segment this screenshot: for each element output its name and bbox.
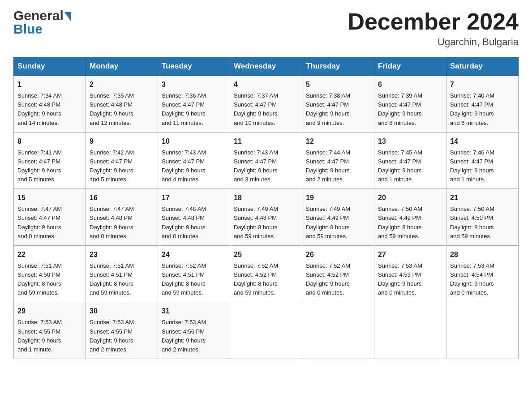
calendar-cell: 27Sunrise: 7:53 AMSunset: 4:53 PMDayligh… xyxy=(374,245,446,302)
col-thursday: Thursday xyxy=(302,57,374,76)
day-info: Sunrise: 7:36 AMSunset: 4:47 PMDaylight:… xyxy=(162,91,226,128)
day-info: Sunrise: 7:43 AMSunset: 4:47 PMDaylight:… xyxy=(162,148,226,184)
logo-line1: General xyxy=(13,9,71,22)
calendar-week-row: 15Sunrise: 7:47 AMSunset: 4:47 PMDayligh… xyxy=(14,189,519,246)
day-info: Sunrise: 7:37 AMSunset: 4:47 PMDaylight:… xyxy=(234,91,298,128)
day-number: 17 xyxy=(162,193,226,203)
day-info: Sunrise: 7:34 AMSunset: 4:48 PMDaylight:… xyxy=(17,91,82,128)
day-info: Sunrise: 7:53 AMSunset: 4:55 PMDaylight:… xyxy=(17,318,82,354)
day-number: 12 xyxy=(306,136,370,147)
day-info: Sunrise: 7:48 AMSunset: 4:48 PMDaylight:… xyxy=(162,205,226,241)
calendar-cell: 6Sunrise: 7:39 AMSunset: 4:47 PMDaylight… xyxy=(374,76,446,133)
day-info: Sunrise: 7:53 AMSunset: 4:54 PMDaylight:… xyxy=(450,261,515,298)
page-header: General Blue December 2024 Ugarchin, Bul… xyxy=(13,9,519,48)
day-info: Sunrise: 7:47 AMSunset: 4:48 PMDaylight:… xyxy=(90,205,154,241)
day-number: 11 xyxy=(234,136,298,147)
title-area: December 2024 Ugarchin, Bulgaria xyxy=(348,9,519,48)
col-saturday: Saturday xyxy=(446,57,519,76)
calendar-cell: 22Sunrise: 7:51 AMSunset: 4:50 PMDayligh… xyxy=(14,245,86,302)
day-info: Sunrise: 7:39 AMSunset: 4:47 PMDaylight:… xyxy=(378,91,442,128)
day-info: Sunrise: 7:40 AMSunset: 4:47 PMDaylight:… xyxy=(450,91,515,128)
day-number: 13 xyxy=(378,136,442,147)
col-monday: Monday xyxy=(86,57,158,76)
day-number: 7 xyxy=(450,79,515,90)
calendar-cell xyxy=(374,302,446,359)
day-info: Sunrise: 7:45 AMSunset: 4:47 PMDaylight:… xyxy=(378,148,442,184)
logo-line2: Blue xyxy=(13,22,71,36)
calendar-cell: 8Sunrise: 7:41 AMSunset: 4:47 PMDaylight… xyxy=(14,132,86,189)
calendar-cell: 30Sunrise: 7:53 AMSunset: 4:55 PMDayligh… xyxy=(86,302,158,359)
calendar-cell: 7Sunrise: 7:40 AMSunset: 4:47 PMDaylight… xyxy=(446,76,519,133)
calendar-week-row: 1Sunrise: 7:34 AMSunset: 4:48 PMDaylight… xyxy=(14,76,519,133)
day-number: 30 xyxy=(90,306,154,317)
col-tuesday: Tuesday xyxy=(158,57,230,76)
day-info: Sunrise: 7:51 AMSunset: 4:51 PMDaylight:… xyxy=(90,261,154,298)
day-info: Sunrise: 7:43 AMSunset: 4:47 PMDaylight:… xyxy=(234,148,298,184)
location: Ugarchin, Bulgaria xyxy=(348,36,519,48)
calendar-cell: 5Sunrise: 7:38 AMSunset: 4:47 PMDaylight… xyxy=(302,76,374,133)
calendar-week-row: 8Sunrise: 7:41 AMSunset: 4:47 PMDaylight… xyxy=(14,132,519,189)
day-info: Sunrise: 7:49 AMSunset: 4:49 PMDaylight:… xyxy=(306,205,370,241)
calendar-week-row: 22Sunrise: 7:51 AMSunset: 4:50 PMDayligh… xyxy=(14,245,519,302)
day-number: 10 xyxy=(162,136,226,147)
day-number: 15 xyxy=(17,193,82,203)
calendar-cell: 17Sunrise: 7:48 AMSunset: 4:48 PMDayligh… xyxy=(158,189,230,246)
day-info: Sunrise: 7:38 AMSunset: 4:47 PMDaylight:… xyxy=(306,91,370,128)
day-info: Sunrise: 7:47 AMSunset: 4:47 PMDaylight:… xyxy=(17,205,82,241)
calendar-cell: 2Sunrise: 7:35 AMSunset: 4:48 PMDaylight… xyxy=(86,76,158,133)
day-info: Sunrise: 7:41 AMSunset: 4:47 PMDaylight:… xyxy=(17,148,82,184)
day-info: Sunrise: 7:35 AMSunset: 4:48 PMDaylight:… xyxy=(90,91,154,128)
calendar-cell xyxy=(302,302,374,359)
day-number: 22 xyxy=(17,249,82,260)
calendar-cell: 23Sunrise: 7:51 AMSunset: 4:51 PMDayligh… xyxy=(86,245,158,302)
day-number: 2 xyxy=(90,79,154,90)
day-info: Sunrise: 7:52 AMSunset: 4:52 PMDaylight:… xyxy=(306,261,370,298)
calendar-cell: 13Sunrise: 7:45 AMSunset: 4:47 PMDayligh… xyxy=(374,132,446,189)
calendar-cell: 15Sunrise: 7:47 AMSunset: 4:47 PMDayligh… xyxy=(14,189,86,246)
day-number: 5 xyxy=(306,79,370,90)
calendar-cell: 28Sunrise: 7:53 AMSunset: 4:54 PMDayligh… xyxy=(446,245,519,302)
calendar-cell: 16Sunrise: 7:47 AMSunset: 4:48 PMDayligh… xyxy=(86,189,158,246)
calendar-cell: 31Sunrise: 7:53 AMSunset: 4:56 PMDayligh… xyxy=(158,302,230,359)
day-info: Sunrise: 7:50 AMSunset: 4:49 PMDaylight:… xyxy=(378,205,442,241)
day-info: Sunrise: 7:49 AMSunset: 4:48 PMDaylight:… xyxy=(234,205,298,241)
day-info: Sunrise: 7:53 AMSunset: 4:55 PMDaylight:… xyxy=(90,318,154,354)
calendar-week-row: 29Sunrise: 7:53 AMSunset: 4:55 PMDayligh… xyxy=(14,302,519,359)
day-number: 18 xyxy=(234,193,298,203)
day-number: 29 xyxy=(17,306,82,317)
day-number: 20 xyxy=(378,193,442,203)
calendar-cell: 18Sunrise: 7:49 AMSunset: 4:48 PMDayligh… xyxy=(230,189,302,246)
calendar-table: Sunday Monday Tuesday Wednesday Thursday… xyxy=(13,57,519,359)
day-number: 25 xyxy=(234,249,298,260)
col-sunday: Sunday xyxy=(14,57,86,76)
calendar-cell: 25Sunrise: 7:52 AMSunset: 4:52 PMDayligh… xyxy=(230,245,302,302)
day-info: Sunrise: 7:50 AMSunset: 4:50 PMDaylight:… xyxy=(450,205,515,241)
calendar-cell: 29Sunrise: 7:53 AMSunset: 4:55 PMDayligh… xyxy=(14,302,86,359)
calendar-cell: 4Sunrise: 7:37 AMSunset: 4:47 PMDaylight… xyxy=(230,76,302,133)
day-number: 24 xyxy=(162,249,226,260)
day-number: 9 xyxy=(90,136,154,147)
day-info: Sunrise: 7:51 AMSunset: 4:50 PMDaylight:… xyxy=(17,261,82,298)
day-number: 1 xyxy=(17,79,82,90)
calendar-cell: 24Sunrise: 7:52 AMSunset: 4:51 PMDayligh… xyxy=(158,245,230,302)
calendar-cell: 20Sunrise: 7:50 AMSunset: 4:49 PMDayligh… xyxy=(374,189,446,246)
day-info: Sunrise: 7:44 AMSunset: 4:47 PMDaylight:… xyxy=(306,148,370,184)
calendar-cell xyxy=(230,302,302,359)
day-info: Sunrise: 7:53 AMSunset: 4:56 PMDaylight:… xyxy=(162,318,226,354)
day-info: Sunrise: 7:53 AMSunset: 4:53 PMDaylight:… xyxy=(378,261,442,298)
calendar-cell: 10Sunrise: 7:43 AMSunset: 4:47 PMDayligh… xyxy=(158,132,230,189)
day-number: 14 xyxy=(450,136,515,147)
calendar-cell: 1Sunrise: 7:34 AMSunset: 4:48 PMDaylight… xyxy=(14,76,86,133)
col-friday: Friday xyxy=(374,57,446,76)
calendar-cell: 11Sunrise: 7:43 AMSunset: 4:47 PMDayligh… xyxy=(230,132,302,189)
month-year: December 2024 xyxy=(348,9,519,34)
day-number: 3 xyxy=(162,79,226,90)
calendar-cell: 26Sunrise: 7:52 AMSunset: 4:52 PMDayligh… xyxy=(302,245,374,302)
day-number: 28 xyxy=(450,249,515,260)
day-info: Sunrise: 7:46 AMSunset: 4:47 PMDaylight:… xyxy=(450,148,515,184)
calendar-cell: 9Sunrise: 7:42 AMSunset: 4:47 PMDaylight… xyxy=(86,132,158,189)
calendar-cell: 3Sunrise: 7:36 AMSunset: 4:47 PMDaylight… xyxy=(158,76,230,133)
day-number: 23 xyxy=(90,249,154,260)
calendar-cell xyxy=(446,302,519,359)
day-number: 31 xyxy=(162,306,226,317)
